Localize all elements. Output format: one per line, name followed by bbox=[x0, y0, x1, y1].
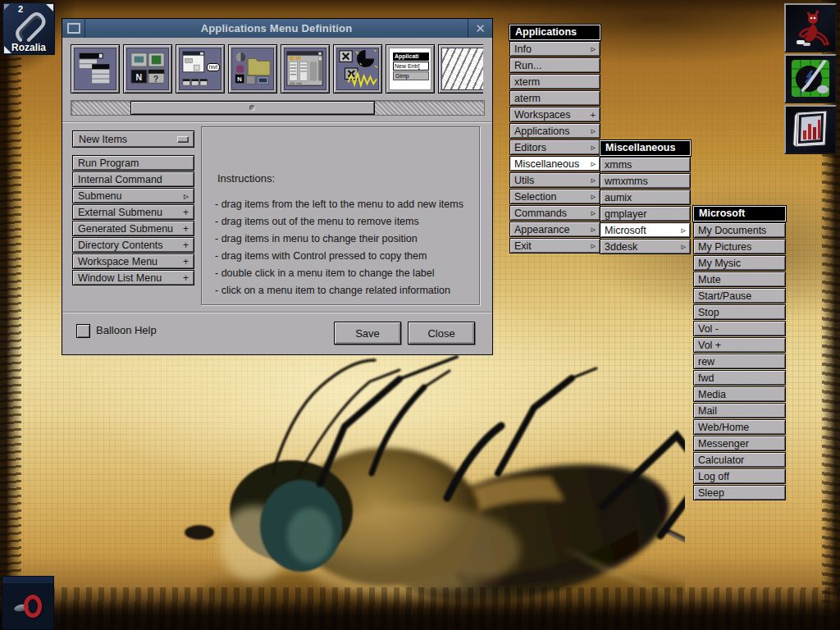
new-item-button[interactable]: Submenu ▹ bbox=[72, 188, 194, 203]
menu-item[interactable]: Appearance ▹ bbox=[509, 221, 600, 237]
menu-item[interactable]: fwd bbox=[693, 370, 786, 386]
menu-item[interactable]: Calculator bbox=[693, 452, 786, 468]
new-item-button[interactable]: Workspace Menu + bbox=[72, 253, 194, 269]
submenu-arrow-icon: ▹ bbox=[681, 241, 686, 252]
menu-item-label: aumix bbox=[605, 192, 686, 203]
corner-handle-icon bbox=[4, 4, 10, 10]
rxvt-window-icon: rxvt bbox=[179, 48, 221, 90]
menu-item[interactable]: rew bbox=[693, 354, 786, 369]
new-item-button[interactable]: Window List Menu + bbox=[72, 270, 194, 285]
menu-item-label: Workspaces bbox=[514, 109, 591, 121]
keyboard-icon bbox=[441, 48, 483, 90]
palette-tile-sound[interactable] bbox=[333, 44, 382, 94]
menu-item[interactable]: Mail bbox=[693, 403, 786, 418]
menu-item-label: Appearance bbox=[514, 224, 591, 235]
submenu-arrow-icon: ▹ bbox=[591, 208, 596, 218]
menu-item[interactable]: Exit ▹ bbox=[509, 238, 600, 253]
menu-item[interactable]: aterm bbox=[509, 90, 600, 106]
palette-tile-menu-preview[interactable]: Applicati New Entr[ Gimp bbox=[386, 44, 435, 94]
paint-sphere-icon bbox=[789, 58, 832, 99]
menu-item[interactable]: gmplayer bbox=[600, 206, 691, 221]
new-item-button[interactable]: Run Program bbox=[72, 155, 194, 171]
menu-item[interactable]: Vol - bbox=[693, 321, 786, 336]
dock-icon-opera[interactable] bbox=[2, 576, 54, 630]
menu-item-label: Log off bbox=[698, 471, 781, 482]
menu-item-label: Mail bbox=[698, 405, 781, 417]
menu-item-label: Miscellaneous bbox=[514, 158, 591, 170]
menu-item[interactable]: Workspaces + bbox=[509, 107, 600, 122]
iconified-window-rozalia[interactable]: 2 Rozalia bbox=[2, 2, 55, 55]
palette-tile-rxvt[interactable]: rxvt bbox=[176, 44, 225, 94]
instruction-line: - drag items with Control pressed to cop… bbox=[215, 248, 479, 265]
menu-item[interactable]: Mute bbox=[693, 272, 786, 287]
menu-item-label: Info bbox=[514, 43, 591, 55]
item-palette: N ? rxvt bbox=[71, 44, 483, 97]
palette-tile-file-manager[interactable] bbox=[281, 44, 330, 94]
menu-item[interactable]: Sleep bbox=[693, 485, 786, 500]
window-menu-button[interactable] bbox=[62, 19, 85, 38]
window-titlebar[interactable]: Applications Menu Definition ✕ bbox=[62, 19, 492, 38]
menu-item-label: aterm bbox=[514, 93, 596, 104]
palette-tile-app-grid[interactable]: N ? bbox=[123, 44, 172, 94]
close-button[interactable]: Close bbox=[408, 322, 475, 345]
sound-apps-icon bbox=[336, 48, 379, 90]
menu-item-label: Utils bbox=[514, 175, 591, 186]
menu-item[interactable]: Stop bbox=[693, 304, 786, 320]
menu-item-label: xmms bbox=[605, 159, 686, 171]
bee-wallpaper bbox=[176, 349, 685, 619]
new-items-dropdown[interactable]: New Items bbox=[72, 130, 194, 148]
menu-item[interactable]: Selection ▹ bbox=[509, 189, 600, 204]
menu-item[interactable]: xterm bbox=[509, 74, 600, 89]
file-manager-icon bbox=[284, 48, 326, 90]
new-item-button[interactable]: Generated Submenu + bbox=[72, 221, 194, 236]
mini-menu-title: Applicati bbox=[393, 52, 429, 61]
applications-menu-definition-window: Applications Menu Definition ✕ bbox=[62, 18, 493, 355]
menu-items: My Documents My Pictures My Mysic Mute S… bbox=[693, 222, 786, 500]
menu-item[interactable]: Microsoft ▹ bbox=[600, 222, 691, 238]
palette-tile-menu-cascade[interactable] bbox=[71, 44, 120, 94]
submenu-arrow-icon: ▹ bbox=[591, 191, 596, 202]
menu-item[interactable]: Messenger bbox=[693, 436, 786, 451]
menu-item[interactable]: Media bbox=[693, 386, 786, 402]
menu-item[interactable]: wmxmms bbox=[600, 173, 691, 189]
applications-menu: Applications Info ▹ Run... xterm aterm W… bbox=[509, 25, 600, 254]
menu-item-label: 3ddesk bbox=[605, 241, 681, 253]
dock-icon-chart[interactable] bbox=[784, 105, 837, 154]
new-item-button[interactable]: Internal Command bbox=[72, 171, 194, 187]
menu-item[interactable]: Applications ▹ bbox=[509, 123, 600, 139]
dock-icon-paint[interactable] bbox=[784, 54, 837, 103]
menu-item[interactable]: Run... bbox=[509, 57, 600, 73]
button-label: Generated Submenu bbox=[73, 223, 183, 235]
close-button[interactable]: ✕ bbox=[468, 19, 492, 38]
menu-item[interactable]: Web/Home bbox=[693, 419, 786, 435]
menu-item[interactable]: Info ▹ bbox=[509, 41, 600, 57]
scrollbar-thumb[interactable] bbox=[130, 101, 375, 115]
menu-item[interactable]: Log off bbox=[693, 468, 786, 484]
new-item-button[interactable]: External Submenu + bbox=[72, 204, 194, 220]
menu-item[interactable]: Utils ▹ bbox=[509, 172, 600, 188]
menu-item-label: Sleep bbox=[698, 487, 781, 499]
save-button[interactable]: Save bbox=[334, 322, 401, 345]
menu-item[interactable]: Miscellaneous ▹ bbox=[509, 156, 600, 171]
palette-tile-folder[interactable]: N bbox=[228, 44, 277, 94]
menu-item[interactable]: Vol + bbox=[693, 337, 786, 353]
menu-item[interactable]: My Pictures bbox=[693, 239, 786, 254]
new-item-button[interactable]: Directory Contents + bbox=[72, 237, 194, 253]
menu-item[interactable]: aumix bbox=[600, 189, 691, 205]
palette-scrollbar[interactable] bbox=[71, 100, 485, 116]
menu-item[interactable]: My Documents bbox=[693, 222, 786, 238]
menu-item[interactable]: My Mysic bbox=[693, 255, 786, 271]
balloon-help-checkbox[interactable] bbox=[76, 324, 90, 338]
icon-titlebar bbox=[2, 577, 53, 583]
menu-item[interactable]: Commands ▹ bbox=[509, 205, 600, 221]
window-title: Applications Menu Definition bbox=[85, 19, 468, 38]
menu-item-label: gmplayer bbox=[605, 208, 686, 220]
menu-item[interactable]: 3ddesk ▹ bbox=[600, 239, 691, 254]
submenu-arrow-icon: ▹ bbox=[591, 224, 596, 235]
menu-item[interactable]: Start/Pause bbox=[693, 288, 786, 304]
menu-item[interactable]: Editors ▹ bbox=[509, 139, 600, 155]
menu-item[interactable]: xmms bbox=[600, 157, 691, 172]
submenu-arrow-icon: + bbox=[591, 110, 596, 120]
palette-tile-keyboard[interactable] bbox=[438, 44, 483, 94]
dock-icon-devil[interactable] bbox=[784, 3, 837, 52]
